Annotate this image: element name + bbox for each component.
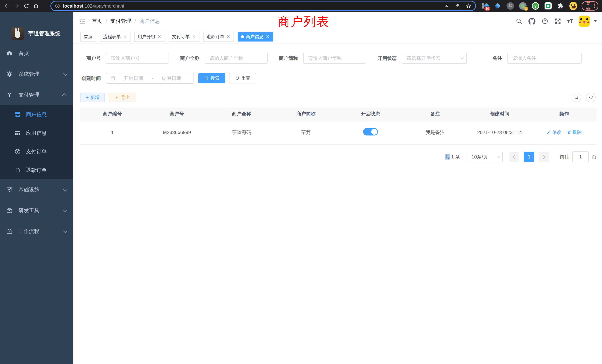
status-select[interactable]: 请选择开启状态 (402, 53, 467, 64)
share-icon[interactable] (455, 3, 460, 9)
sidebar-item-label: 应用信息 (26, 129, 47, 137)
document-icon (14, 167, 21, 173)
cell-merchant-id: 1 (80, 129, 145, 135)
tab-refund-order[interactable]: 退款订单✕ (203, 32, 234, 42)
next-page-button[interactable] (539, 152, 549, 162)
main-area: 首页 / 支付管理 / 商户信息 商户列表 TT (73, 12, 602, 364)
chevron-down-icon (63, 228, 67, 233)
fullscreen-icon[interactable] (554, 17, 562, 25)
sidebar-logo[interactable]: 芋道管理系统 (0, 12, 73, 40)
sidebar-item-pay-order[interactable]: 支付订单 (0, 142, 73, 161)
sidebar-item-workflow[interactable]: 工作流程 (0, 221, 73, 242)
refresh-table-button[interactable] (586, 93, 596, 102)
help-icon[interactable] (541, 17, 549, 25)
tab-pay-order[interactable]: 支付订单✕ (169, 32, 199, 42)
site-info-icon[interactable] (55, 3, 60, 9)
table-row: 1 M233666999 芋道源码 芋艿 我是备注 2021-10-23 08:… (80, 120, 596, 145)
app-window: 芋道管理系统 首页 系统管理 ¥ 支付管理 (0, 12, 602, 364)
extensions-puzzle-icon[interactable] (557, 2, 565, 10)
dashboard-icon (6, 50, 13, 56)
hide-search-button[interactable] (572, 93, 581, 102)
browser-profile-avatar[interactable] (569, 2, 577, 10)
bookmark-star-icon[interactable] (466, 3, 472, 9)
remark-input[interactable] (508, 55, 581, 61)
start-date-placeholder: 开始日期 (115, 75, 152, 82)
reload-button[interactable] (22, 1, 31, 11)
tab-user-group[interactable]: 用户分组✕ (134, 32, 165, 42)
chevron-down-icon (63, 208, 67, 212)
password-key-icon[interactable] (444, 3, 450, 9)
extension-badge: 1 (524, 7, 528, 11)
home-button[interactable] (31, 1, 41, 11)
tab-close-icon[interactable]: ✕ (123, 34, 127, 39)
sidebar-item-app-info[interactable]: 应用信息 (0, 124, 73, 142)
goto-page-input[interactable] (572, 151, 589, 162)
tab-home[interactable]: 首页 (80, 32, 96, 42)
extension-pea-icon[interactable]: 1 (519, 2, 527, 10)
sidebar-item-payment[interactable]: ¥ 支付管理 (0, 85, 73, 105)
date-range-picker[interactable]: 开始日期 - 结束日期 (106, 73, 194, 84)
search-button[interactable]: 搜索 (198, 73, 225, 83)
page-size-value: 10条/页 (472, 154, 488, 160)
extension-y-icon[interactable]: y (532, 2, 539, 10)
font-size-icon[interactable]: TT (567, 18, 573, 24)
extension-chat-icon[interactable] (544, 2, 552, 10)
forward-icon (13, 3, 20, 9)
chevron-down-icon (497, 154, 500, 158)
tab-label: 退款订单 (206, 34, 224, 40)
extension-axure-icon[interactable]: 10 (481, 2, 489, 10)
header-search-icon[interactable] (515, 17, 523, 25)
filter-remark: 备注 (482, 53, 582, 64)
merchant-table: 商户编号 商户号 商户全称 商户简称 开启状态 备注 创建时间 操作 1 M23… (80, 107, 596, 145)
prev-page-button[interactable] (509, 152, 519, 162)
reset-button[interactable]: 重置 (229, 73, 256, 83)
user-avatar[interactable] (579, 16, 590, 27)
breadcrumb-payment[interactable]: 支付管理 (110, 18, 131, 25)
sidebar-item-merchant-info[interactable]: 商户信息 (0, 105, 73, 124)
tab-close-icon[interactable]: ✕ (265, 34, 270, 39)
short-name-input[interactable] (304, 55, 366, 61)
sidebar-item-infrastructure[interactable]: 基础设施 (0, 179, 73, 200)
filter-short-name: 商户简称 (277, 53, 366, 64)
sidebar-item-refund-order[interactable]: 退款订单 (0, 161, 73, 179)
sidebar-item-label: 支付管理 (19, 91, 39, 98)
sidebar-item-label: 商户信息 (26, 111, 47, 118)
sidebar-item-home[interactable]: 首页 (0, 43, 73, 64)
breadcrumb-home[interactable]: 首页 (92, 18, 102, 25)
page-number-1[interactable]: 1 (524, 152, 534, 162)
github-icon[interactable] (528, 17, 536, 25)
full-name-input[interactable] (205, 55, 267, 61)
extension-gem-icon[interactable] (494, 2, 502, 10)
tab-close-icon[interactable]: ✕ (157, 34, 162, 39)
store-icon (14, 111, 21, 118)
sidebar-menu: 首页 系统管理 ¥ 支付管理 商户信息 (0, 43, 73, 242)
address-bar[interactable]: localhost:1024/pay/merchant (50, 1, 476, 11)
tab-close-icon[interactable]: ✕ (226, 34, 231, 39)
page-unit-label: 页 (592, 154, 596, 160)
status-toggle[interactable] (363, 128, 378, 136)
url-text[interactable]: localhost:1024/pay/merchant (63, 3, 441, 9)
url-path: :1024/pay/merchant (83, 3, 124, 9)
forward-button[interactable] (12, 1, 22, 11)
tab-merchant-info[interactable]: 商户信息✕ (238, 32, 273, 42)
export-button[interactable]: 导出 (109, 93, 135, 102)
reload-icon (23, 3, 29, 9)
sidebar-item-dev-tools[interactable]: 研发工具 (0, 200, 73, 221)
delete-link[interactable]: 删除 (567, 129, 582, 135)
edit-link[interactable]: 修改 (547, 129, 561, 135)
page-size-select[interactable]: 10条/页 (466, 152, 503, 162)
tab-process-form[interactable]: 流程表单✕ (100, 32, 130, 42)
merchant-no-input[interactable] (106, 55, 169, 61)
tab-close-icon[interactable]: ✕ (192, 34, 196, 39)
cell-remark: 我是备注 (403, 129, 467, 136)
back-button[interactable] (2, 1, 12, 11)
sidebar-item-system[interactable]: 系统管理 (0, 64, 73, 85)
logo-image (11, 27, 24, 40)
update-label: 更新 (586, 0, 591, 12)
gear-icon (6, 71, 13, 77)
extension-command-icon[interactable]: ⌘ (506, 2, 514, 10)
avatar-caret-icon[interactable] (594, 20, 597, 22)
sidebar-collapse-button[interactable] (79, 17, 86, 25)
chrome-update-menu-button[interactable]: 更新 (582, 1, 598, 11)
add-button[interactable]: + 新增 (80, 93, 105, 102)
